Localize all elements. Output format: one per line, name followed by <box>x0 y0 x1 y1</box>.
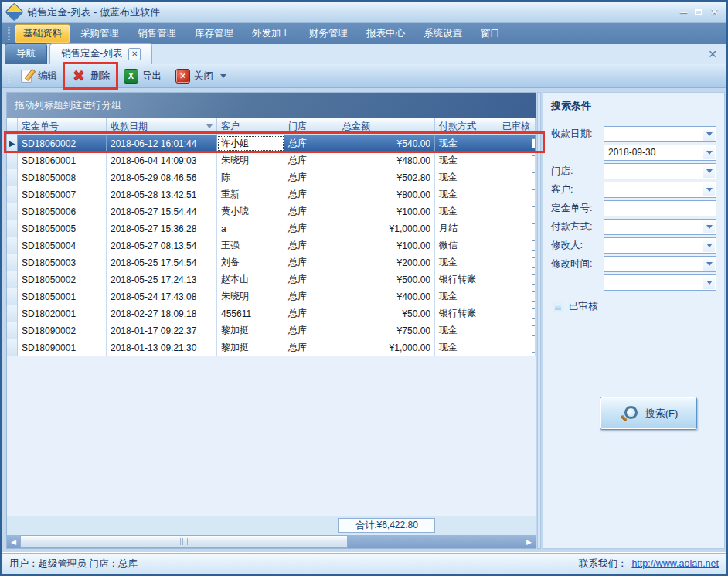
maximize-icon[interactable] <box>695 9 702 15</box>
edit-button[interactable]: 编辑 <box>13 66 64 85</box>
approved-checkbox-cell-icon[interactable] <box>532 240 536 251</box>
scroll-left-icon[interactable]: ◀ <box>7 535 20 548</box>
search-combo-7[interactable] <box>604 256 716 272</box>
table-row[interactable]: SD180600012018-06-04 14:09:03朱晓明总库¥480.0… <box>7 152 536 169</box>
approved-checkbox-cell-icon[interactable] <box>532 343 536 353</box>
column-header-2[interactable]: 收款日期 <box>107 118 217 135</box>
menu-item-5[interactable]: 财务管理 <box>301 24 356 43</box>
table-row[interactable]: SD180500032018-05-25 17:54:54刘备总库¥200.00… <box>7 254 536 271</box>
cell-customer: 王强 <box>217 237 284 254</box>
close-icon[interactable]: ✕ <box>710 7 719 18</box>
table-row[interactable]: SD180900012018-01-13 09:21:30黎加挺总库¥1,000… <box>7 339 536 356</box>
search-button[interactable]: 搜索(F) <box>600 397 697 430</box>
combo-arrow-zone[interactable] <box>703 239 715 252</box>
cell-approved <box>498 186 536 203</box>
menu-item-8[interactable]: 窗口 <box>472 24 509 43</box>
toolbar-grip-handle[interactable] <box>7 69 11 83</box>
combo-arrow-zone[interactable] <box>703 128 715 141</box>
horizontal-scrollbar[interactable]: ◀ ▶ <box>7 535 536 548</box>
menu-bar: 基础资料采购管理销售管理库存管理外发加工财务管理报表中心系统设置窗口 <box>2 23 726 45</box>
search-combo-3[interactable] <box>604 182 716 198</box>
minimize-icon[interactable]: ─ <box>680 7 687 18</box>
column-header-5[interactable]: 总金额 <box>338 118 435 135</box>
chevron-down-icon <box>706 151 713 155</box>
combo-arrow-zone[interactable] <box>703 276 715 289</box>
menu-item-3[interactable]: 库存管理 <box>186 24 242 43</box>
combo-arrow-zone[interactable] <box>703 220 715 233</box>
search-combo-0[interactable] <box>604 126 716 142</box>
approved-checkbox-cell-icon[interactable] <box>532 308 536 319</box>
table-row[interactable]: SD180500082018-05-29 08:46:56陈总库¥502.80现… <box>7 169 536 186</box>
column-header-3[interactable]: 客户 <box>217 118 284 135</box>
cell-amount: ¥1,000.00 <box>338 220 435 237</box>
approved-checkbox-cell-icon[interactable] <box>532 189 536 199</box>
table-row[interactable]: ▶SD180600022018-06-12 16:01:44许小姐总库¥540.… <box>7 135 536 152</box>
approved-checkbox-cell-icon[interactable] <box>532 138 536 148</box>
search-combo-8[interactable] <box>604 274 716 291</box>
approved-checkbox[interactable] <box>553 302 563 312</box>
table-row[interactable]: SD180500072018-05-28 13:42:51重新总库¥800.00… <box>7 186 536 203</box>
cell-customer: 黎加挺 <box>217 339 284 356</box>
tab-1[interactable]: 销售定金-列表✕ <box>49 43 152 64</box>
cell-date: 2018-05-24 17:43:08 <box>107 288 217 305</box>
table-row[interactable]: SD180900022018-01-17 09:22:37黎加挺总库¥750.0… <box>7 322 536 339</box>
table-row[interactable]: SD180500012018-05-24 17:43:08朱晓明总库¥400.0… <box>7 288 536 305</box>
close-tab-bar-icon[interactable]: ✕ <box>702 48 723 60</box>
combo-arrow-zone[interactable] <box>703 165 715 178</box>
scrollbar-thumb[interactable] <box>20 535 348 548</box>
combo-arrow-zone[interactable] <box>703 257 715 271</box>
menu-item-7[interactable]: 系统设置 <box>415 24 471 43</box>
cell-approved <box>498 288 536 305</box>
table-row[interactable]: SD180500052018-05-27 15:36:28a总库¥1,000.0… <box>7 220 536 237</box>
column-header-1[interactable]: 定金单号 <box>18 118 107 135</box>
column-header-6[interactable]: 付款方式 <box>435 118 498 135</box>
total-amount-box: 合计:¥6,422.80 <box>338 518 435 533</box>
search-combo-2[interactable] <box>604 163 716 179</box>
group-by-panel[interactable]: 拖动列标题到这进行分组 <box>7 93 536 118</box>
approved-checkbox-cell-icon[interactable] <box>532 325 536 336</box>
approved-checkbox-cell-icon[interactable] <box>532 172 536 182</box>
approved-checkbox-cell-icon[interactable] <box>532 274 536 285</box>
menu-item-2[interactable]: 销售管理 <box>129 24 185 43</box>
search-field-row-5: 付款方式: <box>551 219 716 235</box>
close-button[interactable]: ✕关闭 <box>168 66 233 86</box>
tab-0[interactable]: 导航 <box>5 43 47 64</box>
approved-checkbox-cell-icon[interactable] <box>532 257 536 268</box>
approved-checkbox-cell-icon[interactable] <box>532 155 536 165</box>
table-row[interactable]: SD180200012018-02-27 18:09:18455611总库¥50… <box>7 305 536 322</box>
search-combo-5[interactable] <box>604 219 716 235</box>
approved-checkbox-cell-icon[interactable] <box>532 223 536 233</box>
table-row[interactable]: SD180500022018-05-25 17:24:13赵本山总库¥500.0… <box>7 271 536 288</box>
combo-arrow-zone[interactable] <box>703 183 715 196</box>
search-combo-6[interactable] <box>604 237 716 254</box>
cell-order: SD18050007 <box>18 186 107 203</box>
cell-store: 总库 <box>284 220 338 237</box>
column-header-4[interactable]: 门店 <box>284 118 338 135</box>
cell-store: 总库 <box>284 152 338 169</box>
cell-date: 2018-05-25 17:54:54 <box>107 254 217 271</box>
approved-checkbox-cell-icon[interactable] <box>532 291 536 302</box>
cell-customer: 黄小琥 <box>217 203 284 220</box>
menu-item-0[interactable]: 基础资料 <box>15 24 70 43</box>
row-indicator-header <box>7 118 18 135</box>
menu-item-4[interactable]: 外发加工 <box>243 24 299 43</box>
dropdown-caret-icon[interactable] <box>220 74 226 78</box>
column-header-7[interactable]: 已审核 <box>498 118 536 135</box>
website-link[interactable]: http://www.aolan.net <box>631 558 719 569</box>
export-button[interactable]: X导出 <box>117 66 168 86</box>
menu-item-1[interactable]: 采购管理 <box>72 24 128 43</box>
delete-button[interactable]: ✖删除 <box>64 66 117 86</box>
toolbar: 编辑✖删除X导出✕关闭 <box>2 64 726 88</box>
menu-item-6[interactable]: 报表中心 <box>358 24 413 43</box>
menu-grip-handle[interactable] <box>7 27 11 39</box>
tab-close-icon[interactable]: ✕ <box>128 48 141 60</box>
table-row[interactable]: SD180500042018-05-27 08:13:54王强总库¥100.00… <box>7 237 536 254</box>
approved-checkbox-cell-icon[interactable] <box>532 206 536 216</box>
table-row[interactable]: SD180500062018-05-27 15:54:44黄小琥总库¥100.0… <box>7 203 536 220</box>
search-text-input-4[interactable] <box>604 200 716 216</box>
search-combo-1[interactable]: 2018-09-30 <box>604 145 716 161</box>
panel-splitter[interactable] <box>537 92 541 549</box>
scroll-right-icon[interactable]: ▶ <box>522 535 536 548</box>
search-field-row-3: 客户: <box>551 182 716 198</box>
combo-arrow-zone[interactable] <box>703 146 715 159</box>
